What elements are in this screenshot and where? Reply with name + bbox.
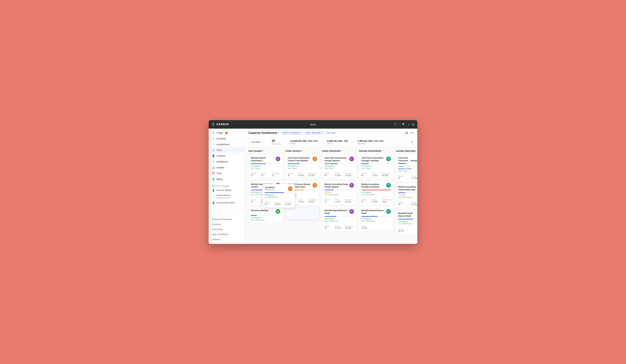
team-filter-remove[interactable]: ✕ xyxy=(300,132,301,134)
card-monthly-payroll-hl[interactable]: Monthly Payroll Harriet London SG In Pro… xyxy=(248,181,283,205)
due-filter-remove[interactable]: ✕ xyxy=(321,132,323,134)
card-monthly-payroll-er-h[interactable]: Monthly Payroll Elanore Rudd HF In Progr… xyxy=(359,207,393,232)
sidebar-item-work[interactable]: 🗂 Work xyxy=(209,147,244,153)
sidebar-label-insights: Insights xyxy=(217,166,224,169)
avatar: SF xyxy=(349,209,354,214)
card-stat-remaining: Remaining 3h 50m xyxy=(382,173,391,176)
recently-viewed-label: RECENTLY VIEWED xyxy=(209,183,244,188)
card-stat-budget: Budget 7h xyxy=(325,199,333,203)
sidebar-academy[interactable]: Academy xyxy=(209,222,244,227)
card-monthly-payroll-f1[interactable]: Monthly Payroll Franchisee 1 SG In Progr… xyxy=(248,154,283,179)
sidebar-label-billing: Billing xyxy=(217,178,223,181)
due-filter-chip[interactable]: Due: This week ✕ xyxy=(305,131,325,135)
card-montly-accounting-tfa-l[interactable]: Montly Accounting Tanya Franks App… LM O… xyxy=(396,183,417,208)
progress-bar-container xyxy=(361,190,391,190)
card-title: Cash Flow Assessment Prestige Coaching xyxy=(361,157,386,162)
sidebar-item-billing[interactable]: 💲 Billing xyxy=(209,176,244,182)
sidebar-help[interactable]: Help & Feedback xyxy=(209,232,244,237)
more-options-button[interactable]: ••• xyxy=(410,131,413,135)
team-filter-chip[interactable]: Team: Accounting ✕ xyxy=(281,131,303,135)
card-stat-remaining: Remaining -45m xyxy=(382,199,391,203)
card-placeholder xyxy=(285,207,319,220)
timer-icon[interactable]: ⏱ xyxy=(394,123,397,126)
avatar: HF xyxy=(386,157,391,161)
card-monthly-payroll-er-l[interactable]: Monthly Payroll Elanore Rudd LM In Progr… xyxy=(396,209,417,234)
card-stat-remaining: Remaining 3h 50m xyxy=(346,173,354,176)
sidebar-bronwyn[interactable]: Bronwyn Fredrickson xyxy=(209,217,244,222)
sidebar-item-assignments[interactable]: → Assignments xyxy=(209,141,244,147)
stat-budget-val: 6h xyxy=(251,201,259,203)
intelligence-icon: ✦ xyxy=(212,160,215,163)
sidebar-item-insights[interactable]: 📊 Insights xyxy=(209,165,244,170)
stat-work-items: 26 Work Items xyxy=(267,139,285,145)
progress-bar-container xyxy=(288,164,317,164)
card-stat-actual: Actual 2h 10m xyxy=(335,225,344,229)
filter-settings-icon[interactable]: ⚙️ xyxy=(405,131,408,134)
card-stats: Budget 8h Actual 4h 10m Remaining 3h 50m xyxy=(325,171,354,176)
avatar: HF xyxy=(386,183,391,188)
sidebar-item-time[interactable]: ⏰ Time xyxy=(209,170,244,176)
card-stat-actual: Actual 1h 10m xyxy=(335,199,344,203)
sidebar-item-triage[interactable]: 📋 Triage 9 xyxy=(209,130,244,136)
search-icon[interactable]: 🔍 xyxy=(402,123,405,126)
card-montly-accounting-pc[interactable]: Montly Accounting Prestige Coaching HF I… xyxy=(359,181,393,205)
work-icon: 🗂 xyxy=(212,149,215,151)
recently-viewed-kenneth[interactable]: 👤 Kenneth Walker xyxy=(209,188,244,193)
due-text: Due: Today xyxy=(325,167,354,169)
stat-remaining: 7,480.00 USD 44h 15m Remaining xyxy=(353,139,388,145)
tooltip-subtitle: Anapurna Inc xyxy=(265,189,275,191)
sub-header-title[interactable]: Capacity Dashboard ▾ xyxy=(248,131,279,135)
sync-icon[interactable]: ↻ xyxy=(411,140,413,144)
nav-divider xyxy=(399,123,399,126)
card-stat-actual: Actual 1h 10m xyxy=(411,175,417,179)
add-icon[interactable]: + xyxy=(408,123,409,126)
card-stats: Budget 6h Actual 3h 10m xyxy=(398,200,417,205)
add-filter-button[interactable]: Add Filter xyxy=(327,132,336,134)
due-text: Due: Today xyxy=(251,167,280,169)
sidebar-settings[interactable]: Settings xyxy=(209,237,244,242)
card-cash-flow-pc[interactable]: Cash Flow Assessment Prestige Coaching H… xyxy=(359,154,393,179)
due-text: Due: Wednesday xyxy=(361,194,391,196)
progress-bar xyxy=(398,219,413,219)
contacts-icon: 👤 xyxy=(212,154,215,157)
sidebar-item-contacts[interactable]: 👤 Contacts xyxy=(209,153,244,159)
card-montly-accounting-tfa[interactable]: Montly Accounting Tanya Franks Apparel S… xyxy=(322,181,356,205)
card-cash-flow-ffm[interactable]: Cash Flow Assessment Farmer Fresh Market… xyxy=(285,154,319,179)
status-text: In Progress xyxy=(251,165,280,167)
dashboard-title: Capacity Dashboard xyxy=(248,131,277,135)
card-cash-flow-gj[interactable]: Cash Flow Assessment George Jamison SF I… xyxy=(322,154,356,179)
card-discovery-meeting[interactable]: Discovery Meeting SG In Progress Due: We… xyxy=(248,207,283,223)
card-title: Montly Accounting Prestige Coaching xyxy=(361,183,386,189)
stat-actual-val: 3h xyxy=(261,174,270,176)
insights-icon: 📊 xyxy=(212,166,215,169)
column-count-hannah: 2 xyxy=(382,150,383,152)
sidebar-community[interactable]: Community xyxy=(209,227,244,232)
card-monthly-payroll-er[interactable]: Monthly Payroll Elanore Rudd SF In Progr… xyxy=(322,207,356,232)
recently-viewed-incorporated[interactable]: 👤 Incorporated clients xyxy=(209,200,244,205)
progress-bar xyxy=(398,166,404,167)
due-text: Due: Wednesday xyxy=(325,220,354,222)
card-title: Discovery Meeting xyxy=(251,209,276,212)
add-work-button[interactable]: Add Work xyxy=(248,139,263,145)
sidebar-item-my-week[interactable]: ≡ My Week xyxy=(209,136,244,141)
sidebar-nav: 📋 Triage 9 ≡ My Week → Assignments 🗂 Wor… xyxy=(209,129,244,183)
card-cash-flow-gj-l[interactable]: Cash Flow Assessme… George Jamison LM Re… xyxy=(396,154,417,182)
recently-viewed-annual-review[interactable]: 🗂 Annual ReviewWalker and Sons xyxy=(209,193,244,200)
card-title: Montly Accounting Tanya Franks App… xyxy=(398,186,417,191)
grid-icon[interactable]: ⊞ xyxy=(412,123,414,126)
card-stat-actual: Actual 3h 10m xyxy=(298,199,307,203)
card-stat-actual: Actual 1h 10m xyxy=(372,173,380,176)
progress-bar xyxy=(361,164,369,164)
stat-budget-label: Budget xyxy=(251,173,259,174)
progress-bar xyxy=(251,164,266,164)
avatar: HF xyxy=(386,209,391,214)
sidebar-item-intelligence[interactable]: ✦ Intelligence xyxy=(209,159,244,165)
card-stat-budget: Budget 4h xyxy=(361,173,370,176)
sidebar-label-my-week: My Week xyxy=(217,137,226,140)
column-name-sara: Sara Goepel xyxy=(248,150,262,152)
sub-header-actions: ⚙️ ••• xyxy=(405,131,413,135)
tooltip-remaining-label: Remaining xyxy=(284,201,292,203)
progress-bar-container xyxy=(325,164,354,164)
progress-bar-container xyxy=(398,192,417,193)
hamburger-icon[interactable]: ☰ xyxy=(212,123,215,126)
